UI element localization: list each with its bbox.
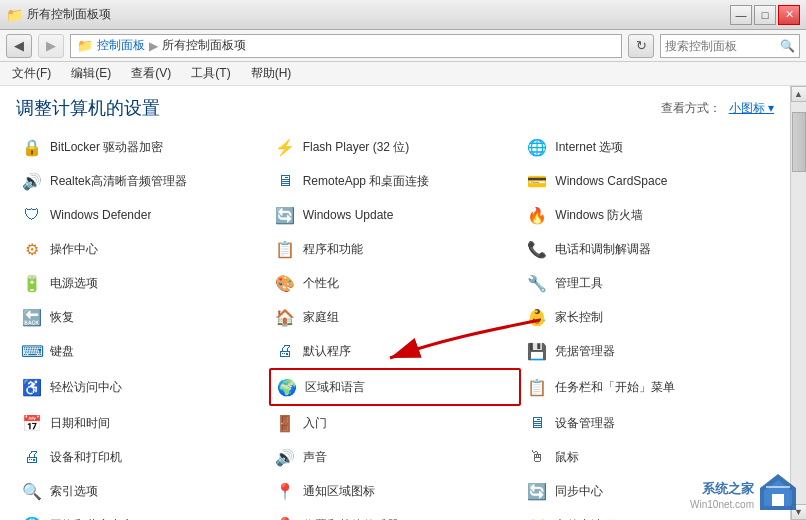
list-item[interactable]: 🌐网络和共享中心 — [16, 508, 269, 520]
item-label: Windows CardSpace — [555, 174, 667, 188]
menu-file[interactable]: 文件(F) — [8, 63, 55, 84]
item-icon: 📅 — [20, 411, 44, 435]
items-grid: 🔒BitLocker 驱动器加密⚡Flash Player (32 位)🌐Int… — [16, 130, 774, 520]
page-title: 调整计算机的设置 — [16, 96, 160, 120]
item-label: 通知区域图标 — [303, 483, 375, 500]
list-item[interactable]: 📞电话和调制解调器 — [521, 232, 774, 266]
item-label: 电源选项 — [50, 275, 98, 292]
list-item[interactable]: 🔊声音 — [269, 440, 522, 474]
maximize-button[interactable]: □ — [754, 5, 776, 25]
list-item[interactable]: 📍通知区域图标 — [269, 474, 522, 508]
list-item[interactable]: 💳Windows CardSpace — [521, 164, 774, 198]
item-label: 电话和调制解调器 — [555, 241, 651, 258]
item-label: 管理工具 — [555, 275, 603, 292]
minimize-button[interactable]: — — [730, 5, 752, 25]
search-icon: 🔍 — [780, 39, 795, 53]
list-item[interactable]: ⌨键盘 — [16, 334, 269, 368]
scroll-up-arrow[interactable]: ▲ — [791, 86, 807, 102]
list-item[interactable]: 🖥RemoteApp 和桌面连接 — [269, 164, 522, 198]
item-label: 网络和共享中心 — [50, 517, 134, 521]
list-item[interactable]: 💾凭据管理器 — [521, 334, 774, 368]
item-icon: ⌨ — [20, 339, 44, 363]
item-icon: 🌍 — [275, 375, 299, 399]
item-icon: 🛡 — [20, 203, 44, 227]
menu-help[interactable]: 帮助(H) — [247, 63, 296, 84]
scroll-thumb[interactable] — [792, 112, 806, 172]
menu-tools[interactable]: 工具(T) — [187, 63, 234, 84]
content-header: 调整计算机的设置 查看方式： 小图标 ▾ — [0, 86, 790, 126]
list-item[interactable]: 👶家长控制 — [521, 300, 774, 334]
list-item[interactable]: 📋任务栏和「开始」菜单 — [521, 368, 774, 406]
search-box[interactable]: 🔍 — [660, 34, 800, 58]
item-icon: 📋 — [525, 375, 549, 399]
item-icon: 🔋 — [20, 271, 44, 295]
address-box[interactable]: 📁 控制面板 ▶ 所有控制面板项 — [70, 34, 622, 58]
item-icon: 📋 — [273, 237, 297, 261]
items-container: 🔒BitLocker 驱动器加密⚡Flash Player (32 位)🌐Int… — [0, 126, 790, 520]
search-input[interactable] — [665, 39, 776, 53]
item-icon: 📞 — [525, 237, 549, 261]
item-icon: 💳 — [525, 169, 549, 193]
item-label: Windows Defender — [50, 208, 151, 222]
title-bar-left: 📁 所有控制面板项 — [6, 6, 111, 23]
item-icon: 🔊 — [273, 445, 297, 469]
watermark-text: 系统之家 Win10net.com — [690, 480, 754, 512]
item-icon: 🏠 — [273, 305, 297, 329]
forward-button[interactable]: ▶ — [38, 34, 64, 58]
list-item[interactable]: ⚡Flash Player (32 位) — [269, 130, 522, 164]
scrollbar[interactable]: ▲ ▼ — [790, 86, 806, 520]
item-label: 文件夹选项 — [555, 517, 615, 521]
item-label: 设备管理器 — [555, 415, 615, 432]
back-button[interactable]: ◀ — [6, 34, 32, 58]
item-label: 键盘 — [50, 343, 74, 360]
item-icon: 🎨 — [273, 271, 297, 295]
item-label: RemoteApp 和桌面连接 — [303, 173, 430, 190]
list-item[interactable]: 🔄Windows Update — [269, 198, 522, 232]
view-selector[interactable]: 小图标 ▾ — [729, 100, 774, 117]
list-item[interactable]: 🔙恢复 — [16, 300, 269, 334]
item-label: 位置和其他传感器 — [303, 517, 399, 521]
list-item[interactable]: 🖥设备管理器 — [521, 406, 774, 440]
item-icon: 🔙 — [20, 305, 44, 329]
list-item[interactable]: 🔥Windows 防火墙 — [521, 198, 774, 232]
list-item[interactable]: 🌍区域和语言 — [269, 368, 522, 406]
item-label: 鼠标 — [555, 449, 579, 466]
refresh-button[interactable]: ↻ — [628, 34, 654, 58]
list-item[interactable]: 🚪入门 — [269, 406, 522, 440]
watermark: 系统之家 Win10net.com — [690, 472, 798, 512]
list-item[interactable]: ⚙操作中心 — [16, 232, 269, 266]
list-item[interactable]: 🔋电源选项 — [16, 266, 269, 300]
item-icon: 🖱 — [525, 445, 549, 469]
item-label: Realtek高清晰音频管理器 — [50, 173, 187, 190]
item-label: 设备和打印机 — [50, 449, 122, 466]
list-item[interactable]: 📋程序和功能 — [269, 232, 522, 266]
item-label: BitLocker 驱动器加密 — [50, 139, 163, 156]
list-item[interactable]: 🔍索引选项 — [16, 474, 269, 508]
list-item[interactable]: 🔊Realtek高清晰音频管理器 — [16, 164, 269, 198]
list-item[interactable]: 📅日期和时间 — [16, 406, 269, 440]
close-button[interactable]: ✕ — [778, 5, 800, 25]
list-item[interactable]: 🖱鼠标 — [521, 440, 774, 474]
list-item[interactable]: 🔒BitLocker 驱动器加密 — [16, 130, 269, 164]
path-root[interactable]: 控制面板 — [97, 37, 145, 54]
list-item[interactable]: 🛡Windows Defender — [16, 198, 269, 232]
list-item[interactable]: ♿轻松访问中心 — [16, 368, 269, 406]
list-item[interactable]: 🎨个性化 — [269, 266, 522, 300]
list-item[interactable]: 🖨设备和打印机 — [16, 440, 269, 474]
item-icon: 🚪 — [273, 411, 297, 435]
item-label: 凭据管理器 — [555, 343, 615, 360]
list-item[interactable]: 🌐Internet 选项 — [521, 130, 774, 164]
list-item[interactable]: 📍位置和其他传感器 — [269, 508, 522, 520]
item-label: 家长控制 — [555, 309, 603, 326]
item-label: 恢复 — [50, 309, 74, 326]
menu-edit[interactable]: 编辑(E) — [67, 63, 115, 84]
list-item[interactable]: 🏠家庭组 — [269, 300, 522, 334]
item-icon: 🔄 — [273, 203, 297, 227]
address-bar: ◀ ▶ 📁 控制面板 ▶ 所有控制面板项 ↻ 🔍 — [0, 30, 806, 62]
list-item[interactable]: 🖨默认程序 — [269, 334, 522, 368]
item-label: Internet 选项 — [555, 139, 623, 156]
list-item[interactable]: 🔧管理工具 — [521, 266, 774, 300]
item-icon: 🔧 — [525, 271, 549, 295]
scroll-track[interactable] — [791, 102, 807, 504]
menu-view[interactable]: 查看(V) — [127, 63, 175, 84]
